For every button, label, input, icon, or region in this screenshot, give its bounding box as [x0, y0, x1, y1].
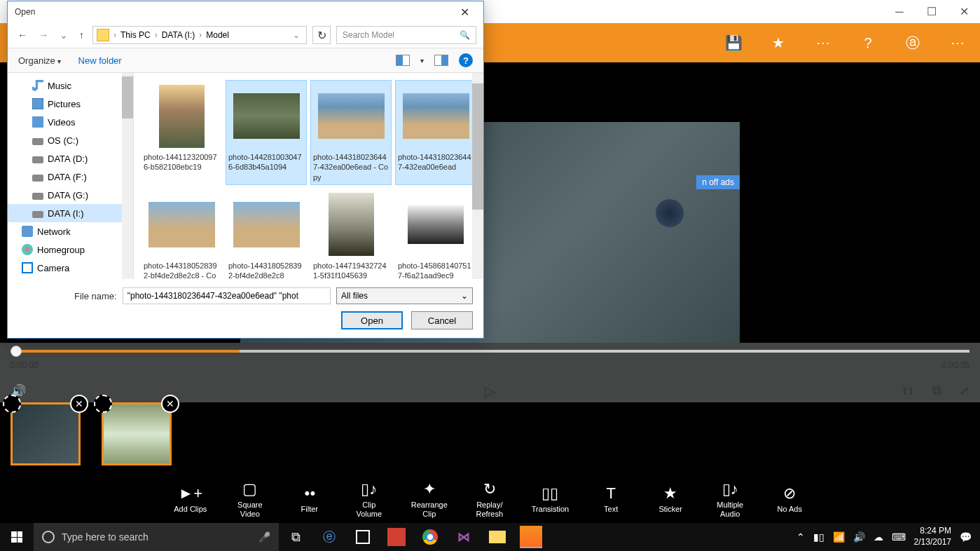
drive-icon: [32, 156, 43, 163]
back-button[interactable]: ←: [15, 29, 30, 41]
clip-expand-icon[interactable]: [94, 395, 112, 413]
play-button[interactable]: ▷: [485, 383, 495, 400]
drive-icon: [32, 138, 43, 145]
breadcrumb-item[interactable]: DATA (I:): [162, 30, 195, 40]
close-button[interactable]: ✕: [948, 0, 980, 23]
taskview-icon[interactable]: ⧉: [279, 523, 312, 551]
file-item[interactable]: photo-1443180528392-bf4de2d8e2c8: [226, 189, 307, 279]
taskbar-search[interactable]: Type here to search 🎤: [34, 523, 279, 551]
sidebar-item-music[interactable]: Music: [8, 76, 133, 95]
sidebar-item-datad[interactable]: DATA (D:): [8, 149, 133, 168]
dialog-close-button[interactable]: ✕: [453, 6, 476, 19]
open-button[interactable]: Open: [341, 311, 403, 329]
tool-icon: ↻: [483, 481, 496, 498]
sidebar-item-videos[interactable]: Videos: [8, 113, 133, 131]
tool-sticker[interactable]: ★Sticker: [653, 485, 688, 514]
up-button[interactable]: ↑: [76, 29, 87, 41]
file-thumbnail: [318, 83, 385, 149]
active-app-icon[interactable]: [520, 526, 542, 548]
battery-icon[interactable]: ▮▯: [813, 531, 824, 543]
badge-icon[interactable]: ⓐ: [904, 34, 921, 51]
refresh-button[interactable]: ↻: [312, 26, 331, 44]
preview-pane-button[interactable]: [434, 55, 448, 66]
file-item[interactable]: photo-1458681407517-f6a21aad9ec9: [395, 189, 476, 279]
filename-input[interactable]: [123, 287, 331, 304]
forward-button[interactable]: →: [36, 29, 51, 41]
notifications-icon[interactable]: 💬: [960, 531, 972, 543]
sidebar-item-datag[interactable]: DATA (G:): [8, 186, 133, 204]
filetype-filter[interactable]: All files: [336, 287, 473, 304]
explorer-icon[interactable]: [489, 531, 506, 543]
tool-transistion[interactable]: ▯▯Transistion: [532, 485, 569, 514]
tool-rearrangeclip[interactable]: ✦RearrangeClip: [411, 481, 448, 519]
help-button[interactable]: ?: [459, 53, 473, 67]
help-icon[interactable]: ?: [860, 34, 876, 51]
ads-badge[interactable]: n off ads: [696, 175, 740, 189]
new-folder-button[interactable]: New folder: [78, 55, 122, 66]
tool-text[interactable]: TText: [593, 485, 628, 514]
mic-icon[interactable]: 🎤: [258, 531, 270, 543]
view-mode-button[interactable]: [396, 55, 410, 66]
breadcrumb-item[interactable]: This PC: [120, 30, 151, 40]
file-item[interactable]: photo-1443180236447-432ea00e6ead - Copy: [310, 80, 392, 185]
taskbar: Type here to search 🎤 ⧉ ⓔ ⋈ ⌃ ▮▯ 📶 🔊 ☁ ⌨…: [0, 523, 980, 551]
visualstudio-icon[interactable]: ⋈: [447, 523, 481, 551]
tray-expand-icon[interactable]: ⌃: [796, 531, 805, 543]
volume-icon[interactable]: 🔊: [853, 531, 865, 543]
breadcrumb[interactable]: › This PC › DATA (I:) › Model ⌄: [92, 26, 307, 44]
file-item[interactable]: photo-1443180528392-bf4de2d8e2c8 - Copy: [141, 189, 222, 279]
sidebar-item-label: DATA (G:): [48, 190, 88, 200]
timeline-thumb[interactable]: [11, 346, 22, 357]
clip-close-icon[interactable]: ✕: [70, 395, 88, 413]
view-dropdown[interactable]: ▾: [420, 57, 424, 64]
minimize-button[interactable]: ─: [883, 0, 916, 23]
frame-icon[interactable]: ⫾⫾: [902, 383, 915, 399]
maximize-button[interactable]: ☐: [916, 0, 948, 23]
clip-close-icon[interactable]: ✕: [161, 395, 179, 413]
file-grid[interactable]: photo-1441123200976-b582108ebc19photo-14…: [134, 73, 483, 279]
sidebar-item-pictures[interactable]: Pictures: [8, 95, 133, 113]
clip-thumb-2[interactable]: ✕: [102, 402, 172, 465]
more-icon[interactable]: ⋯: [815, 34, 831, 51]
sidebar-item-camera[interactable]: Camera: [8, 259, 133, 277]
clip-expand-icon[interactable]: [3, 395, 21, 413]
file-item[interactable]: photo-1447194327241-5f31f1045639: [310, 189, 392, 279]
popout-icon[interactable]: ⧉: [932, 383, 941, 399]
file-item[interactable]: photo-1443180236447-432ea00e6ead: [395, 80, 476, 185]
star-icon[interactable]: ★: [770, 34, 787, 51]
start-button[interactable]: [0, 523, 34, 551]
clip-thumb-1[interactable]: ✕: [11, 402, 81, 465]
chrome-icon[interactable]: [422, 529, 438, 545]
sidebar-item-osc[interactable]: OS (C:): [8, 131, 133, 149]
breadcrumb-item[interactable]: Model: [206, 30, 229, 40]
organize-menu[interactable]: Organize: [18, 55, 61, 66]
store-icon[interactable]: [356, 530, 370, 544]
tool-multipleaudio[interactable]: ▯♪MultipleAudio: [712, 481, 747, 519]
sidebar-item-dataf[interactable]: DATA (F:): [8, 168, 133, 186]
sidebar-item-datai[interactable]: DATA (I:): [8, 204, 133, 222]
tool-noads[interactable]: ⊘No Ads: [772, 485, 807, 514]
time-start: 0:00:00: [11, 360, 39, 370]
keyboard-icon[interactable]: ⌨: [892, 531, 906, 543]
app-icon[interactable]: [387, 528, 406, 546]
clock[interactable]: 8:24 PM 2/13/2017: [914, 526, 951, 547]
tool-addclips[interactable]: ►+Add Clips: [173, 485, 208, 514]
recent-dropdown[interactable]: ⌄: [57, 29, 71, 41]
fullscreen-icon[interactable]: ⤢: [959, 383, 969, 399]
wifi-icon[interactable]: 📶: [833, 531, 845, 543]
tool-filter[interactable]: ⦁⦁Filter: [292, 485, 327, 514]
file-item[interactable]: photo-1441123200976-b582108ebc19: [141, 80, 222, 185]
cancel-button[interactable]: Cancel: [411, 311, 473, 329]
sidebar-item-network[interactable]: Network: [8, 222, 133, 240]
onedrive-icon[interactable]: ☁: [874, 531, 883, 543]
search-input[interactable]: Search Model 🔍: [336, 26, 476, 44]
more2-icon[interactable]: ⋯: [949, 34, 966, 51]
sidebar-item-homegroup[interactable]: Homegroup: [8, 240, 133, 259]
tool-clipvolume[interactable]: ▯♪ClipVolume: [352, 481, 387, 519]
tool-icon: ▯♪: [722, 481, 738, 498]
file-item[interactable]: photo-1442810030476-6d83b45a1094: [226, 80, 307, 185]
save-icon[interactable]: 💾: [725, 34, 742, 51]
tool-squarevideo[interactable]: ▢SquareVideo: [233, 481, 268, 519]
tool-replayrefresh[interactable]: ↻Replay/Refresh: [472, 481, 507, 519]
edge-icon[interactable]: ⓔ: [312, 523, 346, 551]
